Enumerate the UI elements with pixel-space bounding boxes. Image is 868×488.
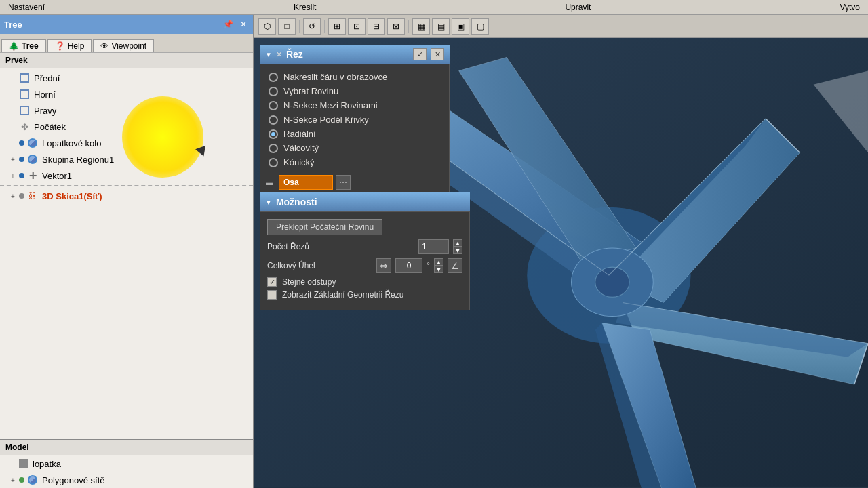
flip-arrows-button[interactable]: ⇔ — [376, 258, 391, 273]
menu-kreslit[interactable]: Kreslit — [288, 1, 321, 14]
tree-item-label: Vektor1 — [42, 171, 72, 181]
dot-icon — [19, 157, 24, 162]
stejne-label: Stejné odstupy — [282, 277, 336, 287]
cross-icon: ✛ — [27, 170, 38, 181]
menu-upravit[interactable]: Upravit — [559, 1, 596, 14]
radio-label-radialni: Radiální — [283, 129, 316, 139]
tab-help[interactable]: ❓ Help — [47, 39, 92, 52]
tree-item-label: Pravý — [34, 106, 56, 116]
expand-icon — [8, 122, 18, 131]
osa-collapse-icon[interactable]: ▬ — [266, 178, 273, 186]
tree-panel: Tree 📌 ✕ 🌲 Tree ❓ Help 👁 Viewpoint Prvek — [0, 15, 254, 488]
osa-input[interactable]: Osa — [279, 175, 333, 190]
moznosti-panel-body: Překlopit Počáteční Rovinu Počet Řezů ▲ … — [260, 211, 470, 310]
toolbar-btn-10[interactable]: ▣ — [452, 18, 469, 35]
radio-konicky[interactable]: Kónický — [266, 155, 443, 169]
tree-item[interactable]: lopatka — [0, 455, 253, 472]
pocet-rezu-input[interactable] — [418, 239, 449, 254]
rez-close-button[interactable]: ✕ — [431, 48, 444, 60]
menubar: Nastavení Kreslit Upravit Vytvo — [0, 0, 868, 15]
tree-item[interactable]: Přední — [0, 70, 253, 86]
radio-nsekce-podel[interactable]: N-Sekce Podél Křivky — [266, 113, 443, 127]
dot-icon — [19, 193, 24, 199]
pocet-rezu-down-button[interactable]: ▼ — [453, 247, 462, 254]
toolbar-btn-3[interactable]: ↺ — [303, 18, 321, 35]
toolbar-btn-8[interactable]: ▦ — [412, 18, 430, 35]
collapse-arrow-icon[interactable]: ▼ — [265, 51, 272, 58]
menu-vytvo[interactable]: Vytvo — [834, 1, 865, 14]
tree-separator — [0, 185, 253, 186]
tree-items: Přední Horní Pravý — [0, 68, 253, 439]
radio-vybrat[interactable]: Vybrat Rovinu — [266, 84, 443, 98]
celkovy-uhel-input[interactable] — [395, 258, 422, 273]
toolbar-btn-5[interactable]: ⊡ — [348, 18, 366, 35]
toolbar-btn-9[interactable]: ▤ — [432, 18, 450, 35]
pocet-rezu-stepper: ▲ ▼ — [453, 239, 462, 254]
menu-nastaveni[interactable]: Nastavení — [3, 1, 50, 14]
tree-title: Tree — [4, 20, 22, 30]
tree-item-label: Skupina Regionu1 — [42, 155, 114, 165]
tree-pin-button[interactable]: 📌 — [221, 19, 235, 30]
zobrazit-label: Zobrazit Základní Geometrii Řezu — [282, 290, 403, 300]
tab-viewpoint[interactable]: 👁 Viewpoint — [93, 39, 154, 52]
help-tab-label: Help — [68, 41, 85, 51]
viewport[interactable]: ⬡ □ ↺ ⊞ ⊡ ⊟ ⊠ ▦ ▤ ▣ ▢ — [254, 15, 868, 488]
rez-confirm-button[interactable]: ✓ — [413, 48, 427, 60]
toolbar-separator-3 — [408, 20, 409, 33]
pocet-rezu-up-button[interactable]: ▲ — [453, 239, 462, 247]
radio-nsekce-mezi[interactable]: N-Sekce Mezi Rovinami — [266, 98, 443, 113]
degree-symbol: ° — [427, 261, 430, 270]
tree-item[interactable]: Horní — [0, 86, 253, 102]
radio-valcovity[interactable]: Válcovitý — [266, 141, 443, 155]
tree-item[interactable]: Lopatkové kolo — [0, 135, 253, 151]
tree-tab-icon: 🌲 — [9, 41, 19, 51]
dot-icon — [19, 477, 24, 483]
radio-label-konicky: Kónický — [283, 157, 315, 167]
expand-icon — [8, 89, 18, 99]
celkovy-uhel-stepper: ▲ ▼ — [434, 258, 443, 273]
tree-item-label: Horní — [34, 89, 56, 100]
tree-title-bar: Tree 📌 ✕ — [0, 15, 253, 34]
tree-item[interactable]: + ⛓ 3D Skica1(Síť) — [0, 188, 253, 204]
pocet-rezu-row: Počet Řezů ▲ ▼ — [267, 239, 462, 254]
tree-item[interactable]: + Skupina Regionu1 — [0, 151, 253, 167]
tree-close-button[interactable]: ✕ — [238, 19, 249, 30]
radio-label-vybrat: Vybrat Rovinu — [283, 86, 338, 96]
moznosti-panel: ▼ Možnosti Překlopit Počáteční Rovinu Po… — [260, 192, 470, 310]
tab-tree[interactable]: 🌲 Tree — [1, 39, 46, 52]
toolbar-btn-1[interactable]: ⬡ — [258, 18, 276, 35]
tree-item[interactable]: ✤ Počátek — [0, 119, 253, 135]
expand-icon — [8, 138, 18, 148]
angle-icon: ∠ — [448, 258, 462, 273]
toolbar-btn-11[interactable]: ▢ — [471, 18, 489, 35]
toolbar-separator — [299, 20, 300, 33]
radio-circle-nsekce-podel — [269, 115, 278, 125]
flip-button[interactable]: Překlopit Počáteční Rovinu — [267, 219, 382, 235]
radio-nakreslit[interactable]: Nakreslit čáru v obrazovce — [266, 70, 443, 84]
celkovy-uhel-down-button[interactable]: ▼ — [434, 266, 443, 273]
celkovy-uhel-up-button[interactable]: ▲ — [434, 258, 443, 266]
moznosti-panel-title: Možnosti — [276, 197, 465, 207]
toolbar-btn-7[interactable]: ⊠ — [387, 18, 405, 35]
radio-radialni[interactable]: Radiální — [266, 127, 443, 141]
prvek-section-label: Prvek — [0, 53, 253, 68]
celkovy-uhel-row: Celkový Úhel ⇔ ° ▲ ▼ ∠ — [267, 258, 462, 273]
toolbar-btn-4[interactable]: ⊞ — [328, 18, 346, 35]
celkovy-uhel-label: Celkový Úhel — [267, 261, 315, 270]
tree-item[interactable]: + ✛ Vektor1 — [0, 167, 253, 184]
toolbar-btn-6[interactable]: ⊟ — [368, 18, 385, 35]
tree-item-label: Přední — [34, 73, 60, 83]
tree-item[interactable]: Pravý — [0, 102, 253, 119]
dot-icon — [19, 173, 24, 178]
zobrazit-checkbox[interactable] — [267, 290, 277, 300]
stejne-checkbox[interactable] — [267, 277, 277, 287]
radio-label-valcovity: Válcovitý — [283, 143, 319, 153]
model-section: Model lopatka + Polygonové sítě — [0, 439, 253, 488]
moznosti-collapse-icon[interactable]: ▼ — [265, 199, 272, 206]
osa-dots-button[interactable]: ⋯ — [336, 175, 351, 190]
radio-circle-nsekce-mezi — [269, 101, 278, 110]
expand-icon: + — [8, 155, 18, 164]
stejne-row: Stejné odstupy — [267, 277, 462, 287]
toolbar-btn-2[interactable]: □ — [278, 18, 296, 35]
tree-item[interactable]: + Polygonové sítě — [0, 472, 253, 488]
